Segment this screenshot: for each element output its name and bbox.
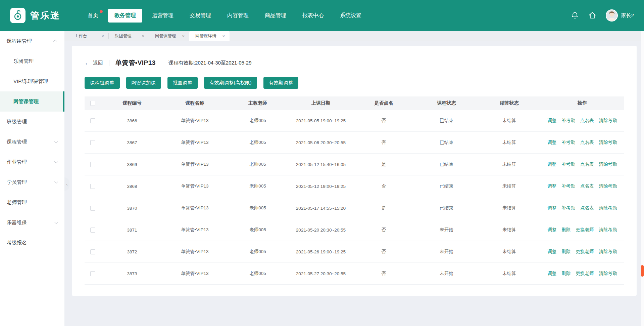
row-checkbox[interactable]	[90, 228, 95, 233]
table-header-cell: 课程编号	[101, 100, 163, 106]
row-checkbox[interactable]	[90, 140, 95, 145]
nav-item-3[interactable]: 交易管理	[183, 9, 217, 23]
cell-actions: 调整补考勤点名表清除考勤	[541, 205, 624, 211]
cell-id: 3870	[101, 206, 163, 211]
row-checkbox[interactable]	[90, 118, 95, 123]
nav-item-6[interactable]: 报表中心	[296, 9, 330, 23]
tab-2[interactable]: 网管课管理×	[149, 31, 189, 41]
row-checkbox[interactable]	[90, 271, 95, 276]
action-link[interactable]: 清除考勤	[599, 227, 617, 233]
nav-item-0[interactable]: 首页	[81, 9, 105, 23]
chevron-down-icon	[54, 139, 58, 143]
action-link[interactable]: 补考勤	[562, 118, 576, 124]
row-checkbox[interactable]	[90, 184, 95, 189]
action-link[interactable]: 调整	[548, 227, 557, 233]
action-link[interactable]: 点名表	[580, 161, 594, 167]
toolbar-button-0[interactable]: 课程组调整	[85, 77, 120, 89]
sidebar-item-4[interactable]: 班级管理	[0, 112, 64, 132]
action-link[interactable]: 调整	[548, 118, 557, 124]
action-link[interactable]: 删除	[562, 227, 571, 233]
notification-dot	[100, 10, 103, 13]
sidebar-item-2[interactable]: VIP/乐理课管理	[0, 71, 64, 91]
sidebar-item-5[interactable]: 课程管理	[0, 132, 64, 152]
sidebar-item-3[interactable]: 网管课管理	[0, 91, 64, 112]
action-link[interactable]: 清除考勤	[599, 205, 617, 211]
cell-name: 单簧管•VIP13	[163, 139, 226, 146]
tab-close-icon[interactable]: ×	[222, 34, 225, 39]
action-link[interactable]: 补考勤	[562, 205, 576, 211]
sidebar-item-10[interactable]: 考级报名	[0, 233, 64, 253]
action-link[interactable]: 删除	[562, 271, 571, 277]
tab-3[interactable]: 网管课详情×	[189, 31, 230, 41]
sidebar-item-8[interactable]: 老师管理	[0, 192, 64, 212]
action-link[interactable]: 调整	[548, 205, 557, 211]
row-checkbox[interactable]	[90, 206, 95, 211]
sidebar-item-6[interactable]: 作业管理	[0, 152, 64, 172]
sidebar-item-1[interactable]: 乐团管理	[0, 51, 64, 71]
action-link[interactable]: 调整	[548, 183, 557, 189]
action-link[interactable]: 补考勤	[562, 139, 576, 146]
action-link[interactable]: 清除考勤	[599, 139, 617, 146]
back-button[interactable]: ← 返回	[85, 60, 103, 66]
tab-1[interactable]: 乐团管理×	[109, 31, 149, 41]
table-body: 3866单簧管•VIP13老师0052021-05-05 19:00~19:25…	[85, 110, 624, 285]
scrollbar-track[interactable]	[641, 31, 644, 326]
action-link[interactable]: 点名表	[580, 205, 594, 211]
action-link[interactable]: 更换老师	[576, 249, 594, 255]
active-indicator	[63, 91, 64, 112]
bell-icon[interactable]	[571, 11, 579, 19]
action-link[interactable]: 点名表	[580, 139, 594, 146]
cell-date: 2021-05-12 15:40~16:05	[289, 162, 352, 167]
action-link[interactable]: 点名表	[580, 183, 594, 189]
nav-item-1[interactable]: 教务管理	[108, 9, 142, 23]
tab-close-icon[interactable]: ×	[182, 34, 185, 39]
tab-close-icon[interactable]: ×	[101, 34, 104, 39]
tab-0[interactable]: 工作台×	[68, 31, 109, 41]
action-link[interactable]: 删除	[562, 249, 571, 255]
action-link[interactable]: 清除考勤	[599, 161, 617, 167]
navbar-right: 家长2	[571, 9, 634, 22]
action-link[interactable]: 清除考勤	[599, 118, 617, 124]
action-link[interactable]: 调整	[548, 139, 557, 146]
row-checkbox[interactable]	[90, 162, 95, 167]
action-link[interactable]: 清除考勤	[599, 183, 617, 189]
action-link[interactable]: 更换老师	[576, 271, 594, 277]
cell-id: 3869	[101, 162, 163, 167]
sidebar-item-7[interactable]: 学员管理	[0, 172, 64, 192]
sidebar-item-0[interactable]: 课程组管理	[0, 31, 64, 51]
action-link[interactable]: 更换老师	[576, 227, 594, 233]
select-all-checkbox[interactable]	[90, 101, 95, 106]
toolbar-button-1[interactable]: 网管课加课	[126, 77, 161, 89]
action-link[interactable]: 清除考勤	[599, 271, 617, 277]
table-header-cell: 上课日期	[289, 100, 352, 106]
sidebar-item-label: 乐器维保	[7, 219, 27, 226]
action-link[interactable]: 补考勤	[562, 183, 576, 189]
cell-name: 单簧管•VIP13	[163, 227, 226, 233]
table-row: 3869单簧管•VIP13老师0052021-05-12 15:40~16:05…	[85, 154, 624, 175]
cell-settle: 未结算	[478, 227, 541, 233]
cell-settle: 未结算	[478, 161, 541, 167]
action-link[interactable]: 调整	[548, 271, 557, 277]
sidebar-item-9[interactable]: 乐器维保	[0, 212, 64, 233]
toolbar-button-2[interactable]: 批量调整	[167, 77, 198, 89]
action-link[interactable]: 点名表	[580, 118, 594, 124]
sidebar-collapse-handle[interactable]: ‹	[64, 177, 69, 191]
row-checkbox[interactable]	[90, 249, 95, 254]
toolbar-button-4[interactable]: 有效期调整	[263, 77, 299, 89]
user-menu[interactable]: 家长2	[606, 9, 634, 22]
action-link[interactable]: 补考勤	[562, 161, 576, 167]
cell-status: 未开始	[415, 249, 478, 255]
nav-item-5[interactable]: 商品管理	[258, 9, 293, 23]
nav-item-4[interactable]: 内容管理	[221, 9, 255, 23]
action-link[interactable]: 调整	[548, 249, 557, 255]
cell-date: 2021-05-05 19:00~19:25	[289, 118, 352, 123]
toolbar-button-3[interactable]: 有效期调整(高权限)	[204, 77, 257, 89]
nav-item-7[interactable]: 系统设置	[334, 9, 368, 23]
action-link[interactable]: 调整	[548, 161, 557, 167]
cell-rollcall: 否	[352, 183, 415, 189]
tab-close-icon[interactable]: ×	[142, 34, 144, 39]
home-icon[interactable]	[588, 11, 596, 19]
nav-item-2[interactable]: 运营管理	[146, 9, 180, 23]
scrollbar-thumb[interactable]	[641, 265, 644, 277]
action-link[interactable]: 清除考勤	[599, 249, 617, 255]
